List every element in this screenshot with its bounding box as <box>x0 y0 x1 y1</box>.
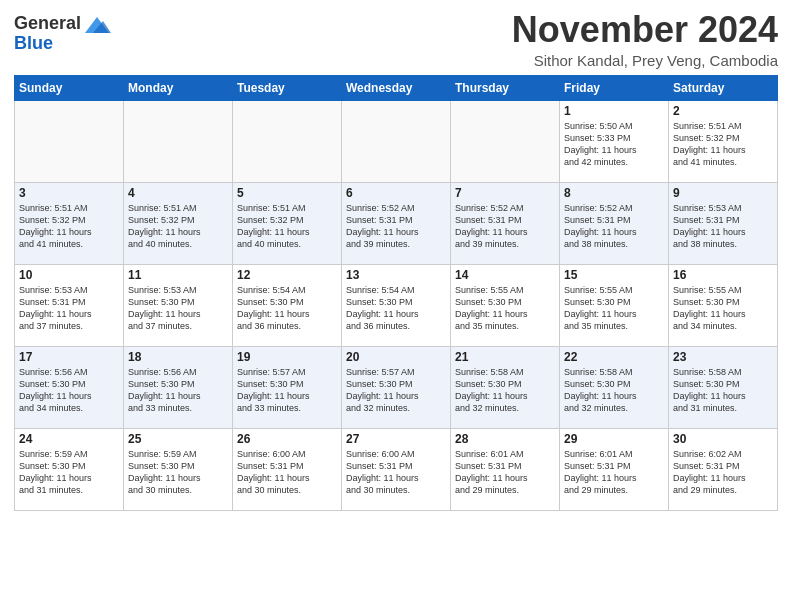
day-number: 5 <box>237 186 337 200</box>
col-thursday: Thursday <box>451 75 560 100</box>
calendar-cell: 30Sunrise: 6:02 AM Sunset: 5:31 PM Dayli… <box>669 428 778 510</box>
day-number: 26 <box>237 432 337 446</box>
calendar-cell: 28Sunrise: 6:01 AM Sunset: 5:31 PM Dayli… <box>451 428 560 510</box>
day-info: Sunrise: 5:56 AM Sunset: 5:30 PM Dayligh… <box>19 366 119 415</box>
day-info: Sunrise: 5:57 AM Sunset: 5:30 PM Dayligh… <box>346 366 446 415</box>
day-info: Sunrise: 5:58 AM Sunset: 5:30 PM Dayligh… <box>564 366 664 415</box>
col-tuesday: Tuesday <box>233 75 342 100</box>
month-title: November 2024 <box>512 10 778 50</box>
calendar-cell: 19Sunrise: 5:57 AM Sunset: 5:30 PM Dayli… <box>233 346 342 428</box>
day-number: 28 <box>455 432 555 446</box>
header: General Blue November 2024 Sithor Kandal… <box>14 10 778 69</box>
logo: General Blue <box>14 14 111 54</box>
calendar-cell: 22Sunrise: 5:58 AM Sunset: 5:30 PM Dayli… <box>560 346 669 428</box>
day-number: 6 <box>346 186 446 200</box>
calendar-cell: 29Sunrise: 6:01 AM Sunset: 5:31 PM Dayli… <box>560 428 669 510</box>
day-info: Sunrise: 5:53 AM Sunset: 5:30 PM Dayligh… <box>128 284 228 333</box>
day-info: Sunrise: 6:00 AM Sunset: 5:31 PM Dayligh… <box>237 448 337 497</box>
day-number: 15 <box>564 268 664 282</box>
logo-blue: Blue <box>14 34 53 54</box>
col-wednesday: Wednesday <box>342 75 451 100</box>
day-number: 10 <box>19 268 119 282</box>
day-info: Sunrise: 5:52 AM Sunset: 5:31 PM Dayligh… <box>455 202 555 251</box>
calendar-cell: 7Sunrise: 5:52 AM Sunset: 5:31 PM Daylig… <box>451 182 560 264</box>
day-info: Sunrise: 5:54 AM Sunset: 5:30 PM Dayligh… <box>237 284 337 333</box>
day-info: Sunrise: 5:50 AM Sunset: 5:33 PM Dayligh… <box>564 120 664 169</box>
day-info: Sunrise: 5:55 AM Sunset: 5:30 PM Dayligh… <box>673 284 773 333</box>
day-number: 29 <box>564 432 664 446</box>
calendar-cell <box>451 100 560 182</box>
calendar-cell: 4Sunrise: 5:51 AM Sunset: 5:32 PM Daylig… <box>124 182 233 264</box>
calendar-cell: 6Sunrise: 5:52 AM Sunset: 5:31 PM Daylig… <box>342 182 451 264</box>
calendar-cell <box>15 100 124 182</box>
day-number: 17 <box>19 350 119 364</box>
day-info: Sunrise: 6:02 AM Sunset: 5:31 PM Dayligh… <box>673 448 773 497</box>
day-number: 4 <box>128 186 228 200</box>
day-number: 2 <box>673 104 773 118</box>
day-number: 14 <box>455 268 555 282</box>
calendar-cell: 1Sunrise: 5:50 AM Sunset: 5:33 PM Daylig… <box>560 100 669 182</box>
day-number: 19 <box>237 350 337 364</box>
day-info: Sunrise: 6:01 AM Sunset: 5:31 PM Dayligh… <box>455 448 555 497</box>
page: General Blue November 2024 Sithor Kandal… <box>0 0 792 612</box>
calendar-cell: 2Sunrise: 5:51 AM Sunset: 5:32 PM Daylig… <box>669 100 778 182</box>
day-info: Sunrise: 5:51 AM Sunset: 5:32 PM Dayligh… <box>237 202 337 251</box>
calendar-week-2: 3Sunrise: 5:51 AM Sunset: 5:32 PM Daylig… <box>15 182 778 264</box>
day-info: Sunrise: 6:01 AM Sunset: 5:31 PM Dayligh… <box>564 448 664 497</box>
calendar-cell: 18Sunrise: 5:56 AM Sunset: 5:30 PM Dayli… <box>124 346 233 428</box>
calendar-week-5: 24Sunrise: 5:59 AM Sunset: 5:30 PM Dayli… <box>15 428 778 510</box>
day-info: Sunrise: 5:52 AM Sunset: 5:31 PM Dayligh… <box>564 202 664 251</box>
col-sunday: Sunday <box>15 75 124 100</box>
day-number: 12 <box>237 268 337 282</box>
calendar-cell: 16Sunrise: 5:55 AM Sunset: 5:30 PM Dayli… <box>669 264 778 346</box>
day-info: Sunrise: 5:55 AM Sunset: 5:30 PM Dayligh… <box>564 284 664 333</box>
day-info: Sunrise: 5:59 AM Sunset: 5:30 PM Dayligh… <box>128 448 228 497</box>
day-number: 20 <box>346 350 446 364</box>
calendar-cell: 26Sunrise: 6:00 AM Sunset: 5:31 PM Dayli… <box>233 428 342 510</box>
calendar-week-1: 1Sunrise: 5:50 AM Sunset: 5:33 PM Daylig… <box>15 100 778 182</box>
day-number: 23 <box>673 350 773 364</box>
calendar-week-3: 10Sunrise: 5:53 AM Sunset: 5:31 PM Dayli… <box>15 264 778 346</box>
location-subtitle: Sithor Kandal, Prey Veng, Cambodia <box>512 52 778 69</box>
day-number: 11 <box>128 268 228 282</box>
day-info: Sunrise: 5:51 AM Sunset: 5:32 PM Dayligh… <box>673 120 773 169</box>
day-number: 13 <box>346 268 446 282</box>
calendar-cell <box>124 100 233 182</box>
day-number: 9 <box>673 186 773 200</box>
col-monday: Monday <box>124 75 233 100</box>
calendar-cell: 20Sunrise: 5:57 AM Sunset: 5:30 PM Dayli… <box>342 346 451 428</box>
calendar-cell: 15Sunrise: 5:55 AM Sunset: 5:30 PM Dayli… <box>560 264 669 346</box>
calendar-cell: 10Sunrise: 5:53 AM Sunset: 5:31 PM Dayli… <box>15 264 124 346</box>
day-info: Sunrise: 6:00 AM Sunset: 5:31 PM Dayligh… <box>346 448 446 497</box>
logo-icon <box>83 15 111 33</box>
day-info: Sunrise: 5:57 AM Sunset: 5:30 PM Dayligh… <box>237 366 337 415</box>
calendar-cell <box>342 100 451 182</box>
calendar-cell: 25Sunrise: 5:59 AM Sunset: 5:30 PM Dayli… <box>124 428 233 510</box>
day-number: 1 <box>564 104 664 118</box>
col-saturday: Saturday <box>669 75 778 100</box>
calendar-cell: 11Sunrise: 5:53 AM Sunset: 5:30 PM Dayli… <box>124 264 233 346</box>
calendar: Sunday Monday Tuesday Wednesday Thursday… <box>14 75 778 511</box>
day-info: Sunrise: 5:53 AM Sunset: 5:31 PM Dayligh… <box>673 202 773 251</box>
day-number: 22 <box>564 350 664 364</box>
day-info: Sunrise: 5:58 AM Sunset: 5:30 PM Dayligh… <box>455 366 555 415</box>
calendar-cell: 17Sunrise: 5:56 AM Sunset: 5:30 PM Dayli… <box>15 346 124 428</box>
day-info: Sunrise: 5:58 AM Sunset: 5:30 PM Dayligh… <box>673 366 773 415</box>
calendar-cell: 27Sunrise: 6:00 AM Sunset: 5:31 PM Dayli… <box>342 428 451 510</box>
calendar-cell: 21Sunrise: 5:58 AM Sunset: 5:30 PM Dayli… <box>451 346 560 428</box>
day-number: 27 <box>346 432 446 446</box>
calendar-cell: 23Sunrise: 5:58 AM Sunset: 5:30 PM Dayli… <box>669 346 778 428</box>
calendar-cell: 3Sunrise: 5:51 AM Sunset: 5:32 PM Daylig… <box>15 182 124 264</box>
day-info: Sunrise: 5:54 AM Sunset: 5:30 PM Dayligh… <box>346 284 446 333</box>
day-info: Sunrise: 5:51 AM Sunset: 5:32 PM Dayligh… <box>19 202 119 251</box>
day-number: 30 <box>673 432 773 446</box>
day-info: Sunrise: 5:51 AM Sunset: 5:32 PM Dayligh… <box>128 202 228 251</box>
calendar-week-4: 17Sunrise: 5:56 AM Sunset: 5:30 PM Dayli… <box>15 346 778 428</box>
day-info: Sunrise: 5:59 AM Sunset: 5:30 PM Dayligh… <box>19 448 119 497</box>
calendar-cell: 14Sunrise: 5:55 AM Sunset: 5:30 PM Dayli… <box>451 264 560 346</box>
day-number: 7 <box>455 186 555 200</box>
calendar-cell: 13Sunrise: 5:54 AM Sunset: 5:30 PM Dayli… <box>342 264 451 346</box>
calendar-header-row: Sunday Monday Tuesday Wednesday Thursday… <box>15 75 778 100</box>
day-info: Sunrise: 5:56 AM Sunset: 5:30 PM Dayligh… <box>128 366 228 415</box>
calendar-cell: 12Sunrise: 5:54 AM Sunset: 5:30 PM Dayli… <box>233 264 342 346</box>
